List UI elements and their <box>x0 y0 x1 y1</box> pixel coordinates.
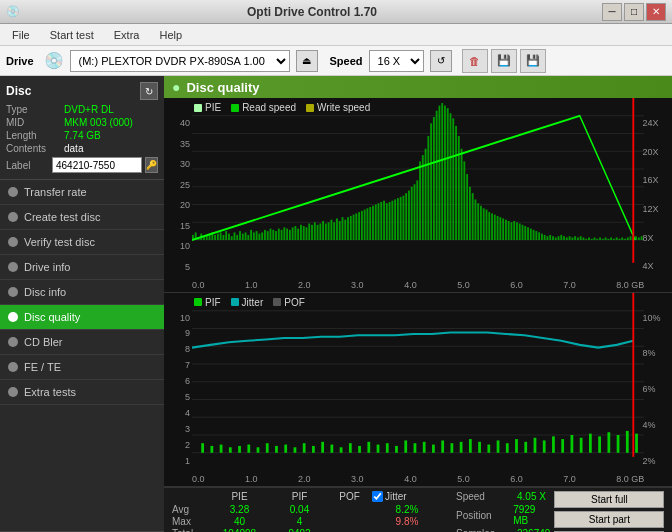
svg-rect-68 <box>358 212 360 240</box>
svg-rect-88 <box>414 184 416 240</box>
start-part-button[interactable]: Start part <box>554 511 664 528</box>
sidebar-item-disc-info[interactable]: Disc info <box>0 280 164 305</box>
drive-select[interactable]: (M:) PLEXTOR DVDR PX-890SA 1.00 <box>70 50 290 72</box>
sidebar-item-dot <box>8 362 18 372</box>
svg-rect-147 <box>577 237 579 240</box>
svg-rect-120 <box>502 218 504 240</box>
sidebar-item-fe-te[interactable]: FE / TE <box>0 355 164 380</box>
disc-label-input[interactable] <box>52 157 142 173</box>
info-icon-btn[interactable]: 💾 <box>491 49 517 73</box>
jitter-checkbox[interactable] <box>372 491 383 502</box>
sidebar-item-dot <box>8 387 18 397</box>
chart2-y-labels: 10 9 8 7 6 5 4 3 2 1 <box>164 313 192 467</box>
svg-rect-81 <box>394 199 396 240</box>
refresh-button[interactable]: ↺ <box>430 50 452 72</box>
maximize-button[interactable]: □ <box>624 3 644 21</box>
svg-rect-98 <box>441 103 443 240</box>
svg-rect-219 <box>552 436 555 452</box>
sidebar-item-dot <box>8 312 18 322</box>
avg-label: Avg <box>172 504 207 515</box>
svg-rect-35 <box>267 231 269 240</box>
svg-rect-197 <box>349 443 352 453</box>
svg-rect-138 <box>552 236 554 240</box>
disc-quality-icon: ● <box>172 79 180 95</box>
close-button[interactable]: ✕ <box>646 3 666 21</box>
svg-rect-61 <box>339 221 341 240</box>
disc-refresh-button[interactable]: ↻ <box>140 82 158 100</box>
svg-rect-126 <box>519 224 521 240</box>
sidebar-item-dot <box>8 237 18 247</box>
sidebar-item-label: Transfer rate <box>24 186 87 198</box>
sidebar-item-create-test-disc[interactable]: Create test disc <box>0 205 164 230</box>
sidebar-item-drive-info[interactable]: Drive info <box>0 255 164 280</box>
writespeed-legend-label: Write speed <box>317 102 370 113</box>
save-icon-btn[interactable]: 💾 <box>520 49 546 73</box>
speed-select[interactable]: 16 X <box>369 50 424 72</box>
svg-rect-146 <box>574 236 576 240</box>
sidebar-item-label: Extra tests <box>24 386 76 398</box>
svg-rect-148 <box>580 236 582 240</box>
svg-rect-200 <box>377 444 380 452</box>
disc-length-row: Length 7.74 GB <box>6 130 158 141</box>
menu-bar: File Start test Extra Help <box>0 24 672 46</box>
svg-rect-204 <box>414 443 417 453</box>
svg-rect-54 <box>319 224 321 240</box>
sidebar-item-extra-tests[interactable]: Extra tests <box>0 380 164 405</box>
svg-rect-224 <box>598 436 601 452</box>
eject-button[interactable]: ⏏ <box>296 50 318 72</box>
svg-rect-164 <box>624 239 626 240</box>
svg-rect-193 <box>312 445 315 452</box>
svg-rect-226 <box>617 435 620 453</box>
disc-title: Disc <box>6 84 31 98</box>
position-value: 7929 MB <box>513 504 550 526</box>
svg-rect-93 <box>427 136 429 240</box>
svg-rect-158 <box>607 239 609 240</box>
minimize-button[interactable]: ─ <box>602 3 622 21</box>
menu-help[interactable]: Help <box>151 27 190 43</box>
svg-rect-202 <box>395 445 398 452</box>
svg-rect-38 <box>275 231 277 240</box>
sidebar-item-transfer-rate[interactable]: Transfer rate <box>0 180 164 205</box>
start-full-button[interactable]: Start full <box>554 491 664 508</box>
svg-rect-187 <box>257 447 260 452</box>
chart1-y-labels: 40 35 30 25 20 15 10 5 <box>164 118 192 272</box>
svg-rect-43 <box>289 230 291 240</box>
svg-rect-225 <box>607 432 610 452</box>
svg-rect-135 <box>544 235 546 240</box>
chart2-legend: PIF Jitter POF <box>194 297 305 308</box>
charts-area: 40 35 30 25 20 15 10 5 PIE Re <box>164 98 672 532</box>
chart2-x-labels: 0.0 1.0 2.0 3.0 4.0 5.0 6.0 7.0 8.0 GB <box>192 474 644 484</box>
svg-rect-218 <box>543 440 546 452</box>
svg-rect-203 <box>404 440 407 452</box>
svg-rect-151 <box>588 237 590 240</box>
svg-rect-117 <box>494 215 496 240</box>
svg-rect-125 <box>516 222 518 240</box>
svg-rect-182 <box>210 445 213 452</box>
pof-legend-dot <box>273 298 281 306</box>
start-part-row: Start part <box>554 511 664 528</box>
menu-start-test[interactable]: Start test <box>42 27 102 43</box>
chart1-y-labels-right: 24X 20X 16X 12X 8X 4X <box>642 118 670 272</box>
svg-rect-16 <box>214 235 216 240</box>
sidebar-item-label: Disc info <box>24 286 66 298</box>
drive-disc-icon: 💿 <box>44 51 64 70</box>
svg-rect-31 <box>256 231 258 240</box>
stats-section: PIE PIF POF Jitter Avg 3.28 0.04 <box>164 487 672 532</box>
menu-extra[interactable]: Extra <box>106 27 148 43</box>
svg-rect-166 <box>630 236 632 240</box>
svg-rect-90 <box>419 161 421 240</box>
max-label: Max <box>172 516 207 527</box>
disc-label-icon-button[interactable]: 🔑 <box>145 157 158 173</box>
sidebar-item-cd-bler[interactable]: CD Bler <box>0 330 164 355</box>
svg-rect-116 <box>491 213 493 240</box>
svg-rect-33 <box>261 232 263 240</box>
svg-rect-92 <box>425 149 427 240</box>
svg-rect-199 <box>367 441 370 452</box>
erase-icon-btn[interactable]: 🗑 <box>462 49 488 73</box>
menu-file[interactable]: File <box>4 27 38 43</box>
svg-rect-136 <box>547 236 549 240</box>
sidebar-item-verify-test-disc[interactable]: Verify test disc <box>0 230 164 255</box>
total-pif: 9492 <box>272 528 327 532</box>
svg-rect-198 <box>358 445 361 452</box>
sidebar-item-disc-quality[interactable]: Disc quality <box>0 305 164 330</box>
